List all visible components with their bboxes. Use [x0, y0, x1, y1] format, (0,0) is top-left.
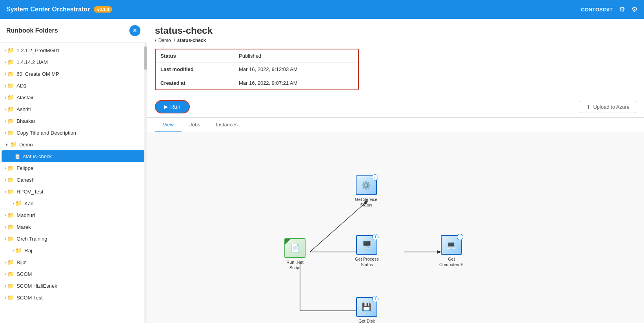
- sidebar-item-orch[interactable]: ›📁Orch Training: [0, 233, 147, 245]
- sidebar-item-label: 1.4.14.2 UAM: [16, 59, 48, 65]
- run-net-icon: 📄: [290, 243, 300, 253]
- connector-lines: [147, 132, 644, 323]
- sidebar-scrollbar[interactable]: [144, 42, 147, 323]
- status-row-created: Created at Mar 16, 2022, 9:07:21 AM: [156, 76, 358, 89]
- folder-icon: 📁: [7, 59, 14, 65]
- sidebar-item-label: Ashriti: [16, 106, 31, 112]
- service-icon: ⚙️: [361, 181, 371, 190]
- sidebar-item-rijin[interactable]: ›📁Rijin: [0, 256, 147, 268]
- chevron-icon: ›: [13, 201, 14, 206]
- header-right: CONTOSO\IT ⚙ ⚙: [581, 5, 638, 14]
- version-badge: v0.1.0: [94, 6, 112, 13]
- folder-icon: 📁: [7, 130, 14, 136]
- sidebar-item-karl[interactable]: ›📁Karl: [0, 197, 147, 209]
- node-run-net-label: Run .NetScript: [286, 259, 303, 271]
- node-get-disk-space[interactable]: 💾 i Get DiskSpace Statu: [355, 297, 378, 323]
- sidebar-item-raj[interactable]: ›📁Raj: [0, 245, 147, 256]
- sidebar-item-1414[interactable]: ›📁1.4.14.2 UAM: [0, 56, 147, 68]
- sidebar-item-copytitle[interactable]: ›📁Copy Title and Description: [0, 127, 147, 139]
- chevron-icon: ▼: [5, 142, 9, 147]
- sidebar-item-scom[interactable]: ›📁SCOM: [0, 268, 147, 280]
- sidebar-item-label: Karl: [24, 201, 33, 206]
- header-left: System Center Orchestrator v0.1.0: [6, 6, 112, 13]
- folder-icon: 📁: [7, 212, 14, 218]
- sidebar-item-felippe[interactable]: ›📁Felippe: [0, 162, 147, 174]
- folder-icon: 📁: [7, 94, 14, 100]
- service-info-badge: i: [372, 174, 378, 181]
- sidebar-item-ashriti[interactable]: ›📁Ashriti: [0, 103, 147, 115]
- folder-icon: 📁: [7, 118, 14, 124]
- node-get-computer-ip[interactable]: 💻 i GetComputer/IP: [439, 235, 464, 268]
- folder-icon: 📁: [7, 47, 14, 53]
- folder-icon: 📁: [7, 224, 14, 230]
- folder-icon: 📁: [7, 283, 14, 289]
- folder-icon: 📁: [15, 200, 22, 206]
- gear-icon[interactable]: ⚙: [631, 5, 638, 14]
- node-get-service-label: Get ServiceStatus: [355, 197, 377, 208]
- node-get-process-status[interactable]: 🖥️ i Get ProcessStatus: [355, 235, 379, 268]
- sidebar-item-label: 1.2.1.2_ProdMG01: [16, 47, 60, 53]
- upload-to-azure-button[interactable]: ⬆ Upload to Azure: [580, 101, 636, 113]
- run-button[interactable]: ▶ Run: [155, 100, 190, 113]
- upload-button-label: Upload to Azure: [593, 104, 629, 110]
- disk-icon: 💾: [362, 302, 371, 312]
- sidebar-item-label: Orch Training: [16, 236, 47, 242]
- sidebar-close-button[interactable]: ×: [129, 25, 140, 36]
- chevron-icon: ›: [5, 107, 6, 111]
- folder-icon: 📁: [7, 71, 14, 77]
- main-layout: Runbook Folders × ›📁1.2.1.2_ProdMG01›📁1.…: [0, 19, 644, 323]
- settings-icon[interactable]: ⚙: [619, 5, 625, 14]
- tab-instances[interactable]: Instances: [208, 118, 246, 132]
- sidebar-item-label: HPOV_Test: [16, 189, 43, 195]
- sidebar-item-bhaskar[interactable]: ›📁Bhaskar: [0, 115, 147, 127]
- tabs-bar: View Jobs Instances: [147, 118, 644, 132]
- sidebar-item-scomhizli[interactable]: ›📁SCOM HizliEsnek: [0, 280, 147, 292]
- tab-view[interactable]: View: [155, 118, 182, 132]
- status-row-status: Status Published: [156, 49, 358, 63]
- breadcrumb-sep: /: [174, 38, 175, 43]
- sidebar-item-label: Rijin: [16, 259, 26, 265]
- disk-info-badge: i: [372, 296, 378, 302]
- node-get-computer-label: GetComputer/IP: [439, 256, 464, 268]
- header-user: CONTOSO\IT: [581, 7, 613, 13]
- play-icon: ▶: [164, 104, 168, 109]
- sidebar-item-demo[interactable]: ▼📁Demo: [0, 139, 147, 150]
- sidebar-item-label: AD1: [16, 83, 26, 89]
- sidebar-list: ›📁1.2.1.2_ProdMG01›📁1.4.14.2 UAM›📁60. Cr…: [0, 43, 147, 323]
- runbook-title: status-check: [155, 25, 636, 36]
- folder-icon: 📁: [7, 165, 14, 171]
- sidebar-item-hpov[interactable]: ›📁HPOV_Test: [0, 186, 147, 197]
- sidebar-item-ganesh[interactable]: ›📁Ganesh: [0, 174, 147, 186]
- node-get-disk-label: Get DiskSpace Statu: [355, 318, 378, 323]
- chevron-icon: ›: [5, 272, 6, 276]
- chevron-icon: ›: [5, 260, 6, 265]
- sidebar-item-label: Bhaskar: [16, 118, 35, 124]
- sidebar-item-1212[interactable]: ›📁1.2.1.2_ProdMG01: [0, 44, 147, 56]
- tab-jobs[interactable]: Jobs: [182, 118, 208, 132]
- folder-icon: 📁: [7, 294, 14, 301]
- sidebar-item-ad1[interactable]: ›📁AD1: [0, 80, 147, 91]
- chevron-icon: ›: [5, 296, 6, 300]
- sidebar-item-alastair[interactable]: ›📁Alastair: [0, 91, 147, 103]
- sidebar-item-label: SCOM Test: [16, 295, 42, 301]
- sidebar-item-label: Felippe: [16, 165, 33, 171]
- chevron-icon: ›: [5, 95, 6, 100]
- node-get-service-status[interactable]: ⚙️ i Get ServiceStatus: [355, 175, 377, 208]
- sidebar-item-scomtest[interactable]: ›📁SCOM Test: [0, 292, 147, 303]
- chevron-icon: ›: [5, 60, 6, 64]
- process-info-badge: i: [372, 234, 378, 240]
- sidebar-item-madhuri[interactable]: ›📁Madhuri: [0, 209, 147, 221]
- node-get-process-label: Get ProcessStatus: [355, 256, 379, 268]
- sidebar-item-marek[interactable]: ›📁Marek: [0, 221, 147, 233]
- sidebar-item-label: Demo: [19, 142, 33, 148]
- folder-icon: 📁: [7, 106, 14, 112]
- app-title: System Center Orchestrator: [6, 6, 90, 13]
- node-run-net-script[interactable]: 📄 Run .NetScript: [284, 238, 306, 271]
- breadcrumb-prefix: /: [155, 38, 156, 43]
- folder-icon: 📁: [7, 82, 14, 89]
- sidebar-item-60[interactable]: ›📁60. Create OM MP: [0, 68, 147, 80]
- sidebar-item-status-check[interactable]: 📋status-check: [2, 150, 145, 162]
- chevron-icon: ›: [5, 119, 6, 123]
- runbook-header: status-check / Demo / status-check Statu…: [147, 19, 644, 96]
- chevron-icon: ›: [5, 48, 6, 53]
